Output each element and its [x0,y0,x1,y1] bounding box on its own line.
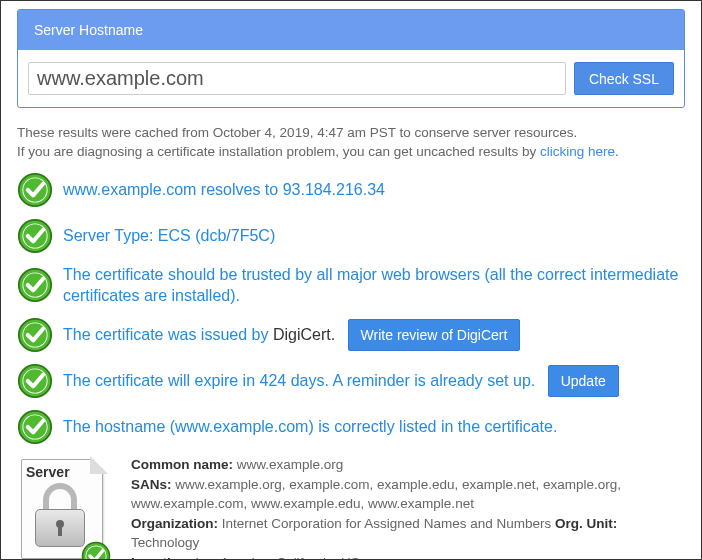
result-text: The certificate will expire in 424 days.… [63,365,619,397]
server-label: Server [26,464,70,480]
certificate-details: Server Common name: www.example.org SANs… [17,455,685,560]
details-list: Common name: www.example.org SANs: www.e… [131,455,685,560]
cache-note-line2: If you are diagnosing a certificate inst… [17,143,685,162]
result-server-type: Server Type: ECS (dcb/7F5C) [17,218,685,254]
result-expiry: The certificate will expire in 424 days.… [17,363,685,399]
hostname-panel: Server Hostname Check SSL [17,9,685,108]
check-icon [17,218,53,254]
write-review-button[interactable]: Write review of DigiCert [348,319,521,351]
check-icon [81,541,111,560]
check-icon [17,363,53,399]
result-issuer: The certificate was issued by DigiCert. … [17,317,685,353]
results-list: www.example.com resolves to 93.184.216.3… [17,172,685,445]
result-resolves: www.example.com resolves to 93.184.216.3… [17,172,685,208]
result-text: Server Type: ECS (dcb/7F5C) [63,225,275,247]
result-text: The certificate was issued by DigiCert. … [63,319,520,351]
check-icon [17,172,53,208]
result-trusted: The certificate should be trusted by all… [17,264,685,307]
uncached-link[interactable]: clicking here [540,144,615,159]
result-hostname-match: The hostname (www.example.com) is correc… [17,409,685,445]
update-reminder-button[interactable]: Update [548,365,619,397]
check-icon [17,409,53,445]
hostname-input[interactable] [28,62,566,95]
cache-note-line1: These results were cached from October 4… [17,124,685,143]
panel-title: Server Hostname [18,10,684,50]
server-lock-icon: Server [17,455,113,560]
cache-note: These results were cached from October 4… [17,124,685,162]
result-text: The hostname (www.example.com) is correc… [63,416,557,438]
panel-body: Check SSL [18,50,684,107]
check-ssl-button[interactable]: Check SSL [574,62,674,95]
result-text: The certificate should be trusted by all… [63,264,685,307]
result-text: www.example.com resolves to 93.184.216.3… [63,179,385,201]
check-icon [17,317,53,353]
check-icon [17,267,53,303]
